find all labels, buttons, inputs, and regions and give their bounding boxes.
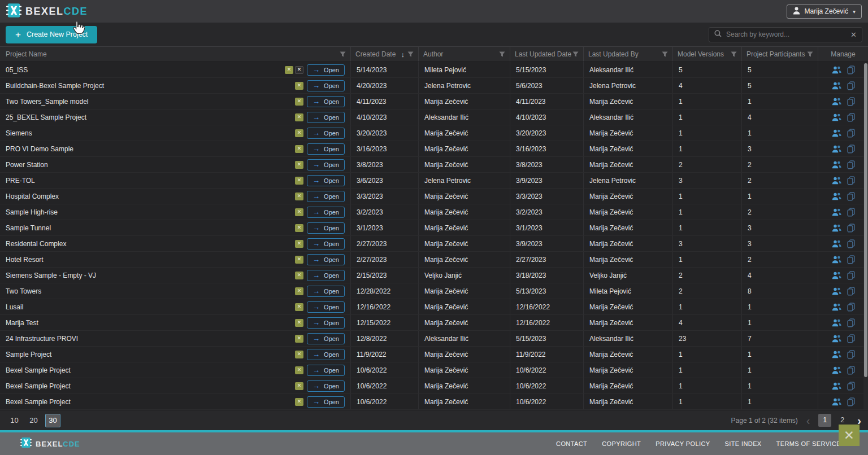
manage-participants-icon[interactable] bbox=[832, 161, 841, 169]
manage-participants-icon[interactable] bbox=[832, 398, 841, 406]
scrollbar-track[interactable] bbox=[863, 63, 868, 409]
open-project-button[interactable]: → Open bbox=[307, 301, 345, 313]
table-row[interactable]: PRE-TOL ✕ → Open 3/6/2023 Jelena Petrovi… bbox=[0, 173, 868, 189]
copy-project-icon[interactable] bbox=[847, 382, 855, 391]
manage-participants-icon[interactable] bbox=[832, 145, 841, 153]
copy-project-icon[interactable] bbox=[847, 303, 855, 312]
open-project-button[interactable]: → Open bbox=[307, 380, 345, 392]
user-menu-button[interactable]: Marija Zečević ▾ bbox=[787, 5, 862, 19]
column-header-updated[interactable]: Last Updated Date bbox=[510, 47, 583, 62]
manage-participants-icon[interactable] bbox=[832, 224, 841, 232]
table-row[interactable]: Power Station ✕ → Open 3/8/2023 Marija Z… bbox=[0, 157, 868, 173]
column-header-created[interactable]: Created Date ↓ bbox=[350, 47, 418, 62]
copy-project-icon[interactable] bbox=[847, 239, 855, 248]
page-size-30[interactable]: 30 bbox=[45, 414, 60, 427]
open-project-button[interactable]: → Open bbox=[307, 270, 345, 281]
filter-icon[interactable] bbox=[572, 51, 579, 58]
column-header-name[interactable]: Project Name bbox=[0, 47, 350, 62]
manage-participants-icon[interactable] bbox=[832, 256, 841, 264]
table-row[interactable]: PRO VI Demo Sample ✕ → Open 3/16/2023 Ma… bbox=[0, 141, 868, 157]
copy-project-icon[interactable] bbox=[847, 318, 855, 327]
copy-project-icon[interactable] bbox=[847, 81, 855, 90]
table-row[interactable]: Buildchain-Bexel Sample Project ✕ → Open… bbox=[0, 78, 868, 94]
table-row[interactable]: Residental Complex ✕ → Open 2/27/2023 Ma… bbox=[0, 236, 868, 252]
manage-participants-icon[interactable] bbox=[832, 272, 841, 279]
open-project-button[interactable]: → Open bbox=[307, 333, 345, 344]
sort-descending-icon[interactable]: ↓ bbox=[401, 50, 405, 59]
copy-project-icon[interactable] bbox=[847, 145, 855, 154]
open-project-button[interactable]: → Open bbox=[307, 207, 345, 218]
table-row[interactable]: 25_BEXEL Sample Project ✕ → Open 4/10/20… bbox=[0, 110, 868, 125]
scrollbar-thumb[interactable] bbox=[864, 63, 867, 377]
manage-participants-icon[interactable] bbox=[832, 303, 841, 311]
manage-participants-icon[interactable] bbox=[832, 98, 841, 106]
copy-project-icon[interactable] bbox=[847, 334, 855, 343]
copy-project-icon[interactable] bbox=[847, 176, 855, 185]
manage-participants-icon[interactable] bbox=[832, 351, 841, 358]
copy-project-icon[interactable] bbox=[847, 271, 855, 280]
column-header-updated_by[interactable]: Last Updated By bbox=[583, 47, 672, 62]
copy-project-icon[interactable] bbox=[847, 129, 855, 138]
footer-link-copyright[interactable]: COPYRIGHT bbox=[602, 440, 641, 447]
page-button-1[interactable]: 1 bbox=[818, 414, 831, 427]
manage-participants-icon[interactable] bbox=[832, 208, 841, 216]
table-row[interactable]: Sample High-rise ✕ → Open 3/2/2023 Marij… bbox=[0, 204, 868, 220]
manage-participants-icon[interactable] bbox=[832, 319, 841, 327]
manage-participants-icon[interactable] bbox=[832, 82, 841, 90]
clear-search-icon[interactable]: ✕ bbox=[850, 30, 857, 39]
page-size-10[interactable]: 10 bbox=[7, 414, 22, 427]
table-row[interactable]: Hotel Resort ✕ → Open 2/27/2023 Marija Z… bbox=[0, 252, 868, 268]
filter-icon[interactable] bbox=[662, 51, 668, 58]
open-project-button[interactable]: → Open bbox=[307, 365, 345, 376]
open-project-button[interactable]: → Open bbox=[307, 143, 345, 155]
table-row[interactable]: Marija Test ✕ → Open 12/15/2022 Marija Z… bbox=[0, 315, 868, 331]
open-project-button[interactable]: → Open bbox=[307, 128, 345, 139]
bexel-x-widget[interactable]: ✕ bbox=[839, 425, 860, 446]
manage-participants-icon[interactable] bbox=[832, 382, 841, 390]
table-row[interactable]: Bexel Sample Project ✕ → Open 10/6/2022 … bbox=[0, 378, 868, 394]
table-row[interactable]: Sample Project ✕ → Open 11/9/2022 Marija… bbox=[0, 347, 868, 362]
manage-participants-icon[interactable] bbox=[832, 177, 841, 185]
manage-participants-icon[interactable] bbox=[832, 113, 841, 121]
open-project-button[interactable]: → Open bbox=[307, 96, 345, 107]
open-project-button[interactable]: → Open bbox=[307, 112, 345, 123]
table-row[interactable]: Bexel Sample Project ✕ → Open 10/6/2022 … bbox=[0, 394, 868, 410]
copy-project-icon[interactable] bbox=[847, 208, 855, 217]
open-project-button[interactable]: → Open bbox=[307, 159, 345, 170]
table-row[interactable]: Bexel Sample Project ✕ → Open 10/6/2022 … bbox=[0, 362, 868, 378]
table-row[interactable]: Siemens ✕ → Open 3/20/2023 Marija Zečevi… bbox=[0, 125, 868, 141]
table-row[interactable]: Siemens Sample - Empty - VJ ✕ → Open 2/1… bbox=[0, 268, 868, 283]
table-row[interactable]: 24 Infrastructure PROVI ✕ → Open 12/8/20… bbox=[0, 331, 868, 347]
footer-link-site-index[interactable]: SITE INDEX bbox=[724, 440, 761, 447]
filter-icon[interactable] bbox=[731, 51, 737, 58]
manage-participants-icon[interactable] bbox=[832, 240, 841, 248]
open-project-button[interactable]: → Open bbox=[307, 175, 345, 186]
column-header-versions[interactable]: Model Versions bbox=[672, 47, 741, 62]
filter-icon[interactable] bbox=[807, 51, 813, 58]
table-row[interactable]: Two Towers ✕ → Open 12/28/2022 Marija Ze… bbox=[0, 283, 868, 299]
footer-link-privacy-policy[interactable]: PRIVACY POLICY bbox=[656, 440, 710, 447]
manage-participants-icon[interactable] bbox=[832, 66, 841, 74]
copy-project-icon[interactable] bbox=[847, 397, 855, 406]
manage-participants-icon[interactable] bbox=[832, 129, 841, 137]
copy-project-icon[interactable] bbox=[847, 350, 855, 359]
open-project-button[interactable]: → Open bbox=[307, 238, 345, 250]
footer-link-terms-of-service[interactable]: TERMS OF SERVICE bbox=[776, 440, 841, 447]
search-input[interactable] bbox=[726, 30, 846, 38]
open-project-button[interactable]: → Open bbox=[307, 349, 345, 360]
create-new-project-button[interactable]: + Create New Project bbox=[6, 26, 97, 43]
table-row[interactable]: Hospital Complex ✕ → Open 3/3/2023 Marij… bbox=[0, 189, 868, 204]
footer-link-contact[interactable]: CONTACT bbox=[556, 440, 587, 447]
open-project-button[interactable]: → Open bbox=[307, 286, 345, 297]
table-row[interactable]: Lusail ✕ → Open 12/16/2022 Marija Zečevi… bbox=[0, 299, 868, 315]
page-size-20[interactable]: 20 bbox=[26, 414, 41, 427]
open-project-button[interactable]: → Open bbox=[307, 80, 345, 91]
filter-icon[interactable] bbox=[340, 51, 346, 58]
open-project-button[interactable]: → Open bbox=[307, 222, 345, 234]
filter-icon[interactable] bbox=[407, 51, 414, 58]
copy-project-icon[interactable] bbox=[847, 113, 855, 122]
table-row[interactable]: 05_ISS ✕✕ → Open 5/14/2023 Mileta Pejovi… bbox=[0, 62, 868, 78]
open-project-button[interactable]: → Open bbox=[307, 317, 345, 329]
copy-project-icon[interactable] bbox=[847, 255, 855, 264]
copy-project-icon[interactable] bbox=[847, 97, 855, 106]
